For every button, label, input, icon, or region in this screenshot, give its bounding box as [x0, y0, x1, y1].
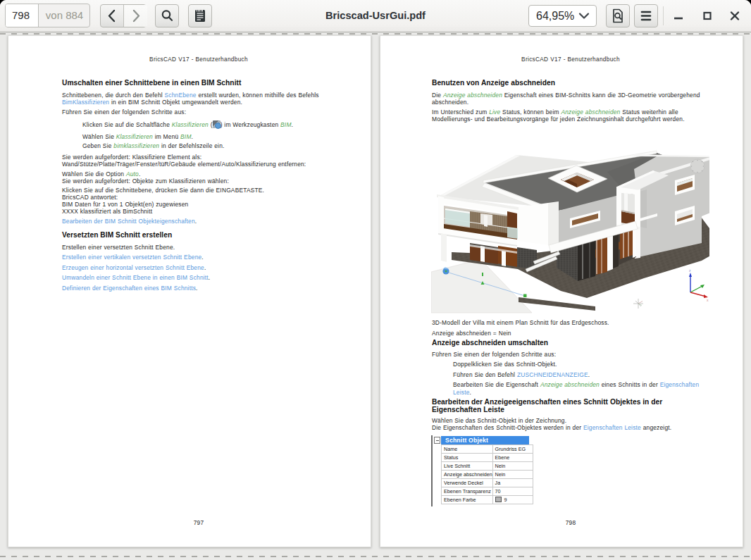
svg-text:z: z [689, 268, 691, 273]
svg-text:x: x [707, 298, 709, 302]
